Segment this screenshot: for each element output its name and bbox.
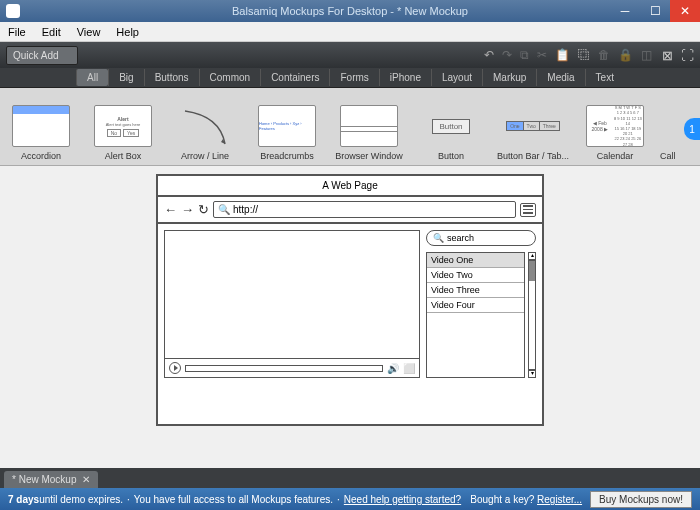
- video-controls: 🔊 ⬜: [165, 358, 419, 377]
- cut-icon[interactable]: ✂: [537, 48, 547, 62]
- cat-markup[interactable]: Markup: [482, 69, 536, 86]
- lib-alertbox[interactable]: Alert Alert text goes here NoYes Alert B…: [82, 88, 164, 165]
- help-link[interactable]: Need help getting started?: [344, 494, 461, 505]
- mockup-title: A Web Page: [158, 176, 542, 197]
- close-panel-icon[interactable]: ⊠: [662, 48, 673, 63]
- hamburger-icon[interactable]: [520, 203, 536, 217]
- menubar: File Edit View Help: [0, 22, 700, 42]
- cat-buttons[interactable]: Buttons: [144, 69, 199, 86]
- url-field[interactable]: 🔍http://: [213, 201, 516, 218]
- toolbar: Quick Add ↶ ↷ ⧉ ✂ 📋 ⿻ 🗑 🔒 ◫ ⊠ ⛶: [0, 42, 700, 68]
- delete-icon[interactable]: 🗑: [598, 48, 610, 62]
- video-player-mockup[interactable]: 🔊 ⬜: [164, 230, 420, 378]
- reload-icon[interactable]: ↻: [198, 202, 209, 217]
- quick-add-input[interactable]: Quick Add: [6, 46, 78, 65]
- forward-icon[interactable]: →: [181, 202, 194, 217]
- window-buttons: ─ ☐ ✕: [610, 0, 700, 22]
- lib-arrow[interactable]: Arrow / Line: [164, 88, 246, 165]
- statusbar: 7 days until demo expires. · You have fu…: [0, 488, 700, 510]
- window-title: Balsamiq Mockups For Desktop - * New Moc…: [232, 5, 468, 17]
- fullscreen-icon[interactable]: ⛶: [681, 48, 694, 63]
- video-list-mockup[interactable]: Video One Video Two Video Three Video Fo…: [426, 252, 525, 378]
- cat-containers[interactable]: Containers: [260, 69, 329, 86]
- play-icon[interactable]: [169, 362, 181, 374]
- menu-file[interactable]: File: [0, 26, 34, 38]
- list-item[interactable]: Video Four: [427, 298, 524, 313]
- cat-iphone[interactable]: iPhone: [379, 69, 431, 86]
- cat-text[interactable]: Text: [585, 69, 624, 86]
- document-tabs: * New Mockup ✕: [0, 468, 700, 488]
- cat-media[interactable]: Media: [536, 69, 584, 86]
- menu-view[interactable]: View: [69, 26, 109, 38]
- cat-layout[interactable]: Layout: [431, 69, 482, 86]
- cat-big[interactable]: Big: [108, 69, 143, 86]
- video-area: [165, 231, 419, 358]
- menu-help[interactable]: Help: [108, 26, 147, 38]
- browser-window-mockup[interactable]: A Web Page ← → ↻ 🔍http:// 🔊 ⬜ 🔍search: [156, 174, 544, 426]
- lib-browser[interactable]: Browser Window: [328, 88, 410, 165]
- buy-button[interactable]: Buy Mockups now!: [590, 491, 692, 508]
- back-icon[interactable]: ←: [164, 202, 177, 217]
- lib-accordion[interactable]: Accordion: [0, 88, 82, 165]
- scroll-thumb[interactable]: [529, 261, 535, 281]
- search-icon: 🔍: [218, 204, 230, 215]
- copy-icon[interactable]: ⧉: [520, 48, 529, 62]
- doc-tab[interactable]: * New Mockup ✕: [4, 471, 98, 488]
- close-tab-icon[interactable]: ✕: [82, 474, 90, 485]
- register-link[interactable]: Register...: [537, 494, 582, 505]
- search-input-mockup[interactable]: 🔍search: [426, 230, 536, 246]
- minimize-button[interactable]: ─: [610, 0, 640, 22]
- category-bar: All Big Buttons Common Containers Forms …: [0, 68, 700, 88]
- cat-common[interactable]: Common: [199, 69, 261, 86]
- titlebar: Balsamiq Mockups For Desktop - * New Moc…: [0, 0, 700, 22]
- mockup-body: 🔊 ⬜ 🔍search Video One Video Two Video Th…: [158, 224, 542, 384]
- fullscreen-video-icon[interactable]: ⬜: [403, 363, 415, 374]
- redo-icon[interactable]: ↷: [502, 48, 512, 62]
- lib-button[interactable]: Button Button: [410, 88, 492, 165]
- list-item[interactable]: Video One: [427, 253, 524, 268]
- paste-icon[interactable]: 📋: [555, 48, 570, 62]
- lib-calendar[interactable]: ◀ Feb 2008 ▶S M T W T F S1 2 3 4 5 6 78 …: [574, 88, 656, 165]
- menu-edit[interactable]: Edit: [34, 26, 69, 38]
- toolbar-right: ⊠ ⛶: [662, 48, 694, 63]
- toolbar-actions: ↶ ↷ ⧉ ✂ 📋 ⿻ 🗑 🔒 ◫: [484, 48, 652, 62]
- component-library: Accordion Alert Alert text goes here NoY…: [0, 88, 700, 166]
- mockup-sidebar: 🔍search Video One Video Two Video Three …: [426, 230, 536, 378]
- search-icon: 🔍: [433, 233, 444, 243]
- lib-buttonbar[interactable]: OneTwoThree Button Bar / Tab...: [492, 88, 574, 165]
- mockup-nav: ← → ↻ 🔍http://: [158, 197, 542, 224]
- cat-all[interactable]: All: [76, 69, 108, 86]
- lib-callout[interactable]: Call: [656, 88, 686, 165]
- undo-icon[interactable]: ↶: [484, 48, 494, 62]
- close-button[interactable]: ✕: [670, 0, 700, 22]
- group-icon[interactable]: ◫: [641, 48, 652, 62]
- lock-icon[interactable]: 🔒: [618, 48, 633, 62]
- scroll-down-icon[interactable]: ▾: [528, 370, 536, 378]
- progress-bar[interactable]: [185, 365, 383, 372]
- cat-forms[interactable]: Forms: [329, 69, 378, 86]
- library-badge[interactable]: 1: [684, 118, 700, 140]
- scroll-up-icon[interactable]: ▴: [528, 252, 536, 260]
- lib-breadcrumbs[interactable]: Home › Products › Xyz › Features Breadcr…: [246, 88, 328, 165]
- list-item[interactable]: Video Three: [427, 283, 524, 298]
- maximize-button[interactable]: ☐: [640, 0, 670, 22]
- duplicate-icon[interactable]: ⿻: [578, 48, 590, 62]
- scrollbar-mockup[interactable]: ▴ ▾: [528, 252, 536, 378]
- volume-icon[interactable]: 🔊: [387, 363, 399, 374]
- canvas[interactable]: A Web Page ← → ↻ 🔍http:// 🔊 ⬜ 🔍search: [0, 166, 700, 468]
- app-icon: [6, 4, 20, 18]
- list-item[interactable]: Video Two: [427, 268, 524, 283]
